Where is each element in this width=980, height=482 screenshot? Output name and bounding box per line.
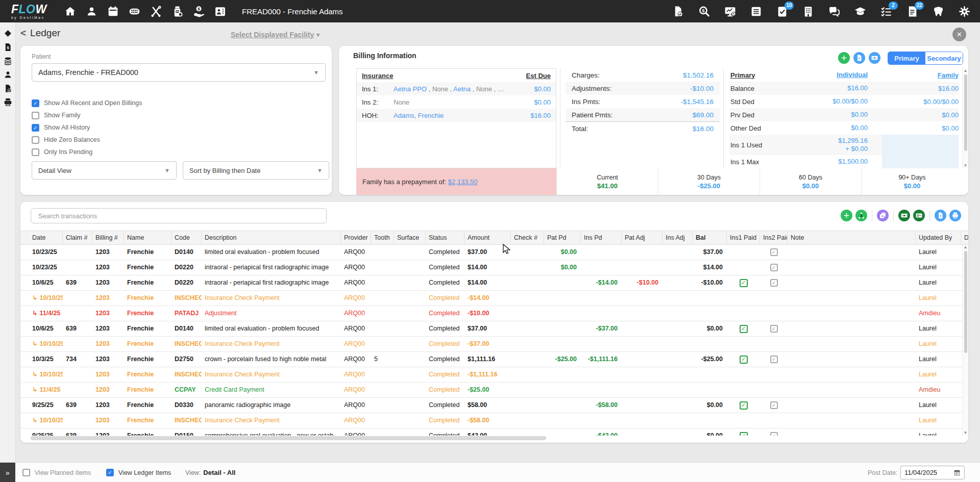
sort-mode-select[interactable]: Sort by Billing then Date ▼ <box>183 161 329 180</box>
table-row[interactable]: ↳11/4/251203FrenchiePATADJAdjustmentARQ0… <box>20 306 968 321</box>
ins1-paid-checkbox[interactable]: ✓ <box>740 279 748 287</box>
column-header-provider[interactable]: Provider <box>341 231 371 244</box>
checkbox[interactable] <box>32 148 39 156</box>
patient-icon[interactable] <box>85 5 98 18</box>
notes-icon[interactable]: 22 <box>906 5 919 18</box>
chat-icon[interactable] <box>828 5 841 18</box>
contact-card-icon[interactable] <box>214 5 227 18</box>
view-mode-select[interactable]: Detail View ▼ <box>32 161 177 180</box>
column-header-bal[interactable]: Bal <box>693 231 727 244</box>
table-row[interactable]: ↳10/10/251203FrenchieINSCHECIInsurance C… <box>20 413 968 428</box>
home-icon[interactable] <box>64 5 77 18</box>
insurance-plan-link[interactable]: Aetna PPO <box>394 85 427 93</box>
scroll-thumb[interactable] <box>964 74 967 151</box>
tasks-icon[interactable]: 10 <box>776 5 789 18</box>
add-transaction-icon[interactable] <box>841 210 852 221</box>
table-row[interactable]: 10/3/257341203FrenchieD2750crown - porce… <box>20 352 968 367</box>
insurance-plan-link[interactable]: Aetna <box>453 85 471 93</box>
check-payment-icon[interactable] <box>913 210 925 221</box>
column-header-tooth[interactable]: Tooth <box>371 231 394 244</box>
column-header-status[interactable]: Status <box>426 231 464 244</box>
checklist-icon[interactable]: 2 <box>880 5 893 18</box>
patient-select[interactable]: Adams, Frenchie - FREAD000 ▼ <box>32 63 326 82</box>
scroll-down-icon[interactable]: ▼ <box>964 163 968 168</box>
column-header-surface[interactable]: Surface <box>394 231 426 244</box>
filter-checkbox-0[interactable]: ✓Show All Recent and Open Billings <box>32 97 142 109</box>
table-row[interactable]: 10/23/251203FrenchieD0140limited oral ev… <box>20 245 968 260</box>
tab-primary[interactable]: Primary <box>888 52 925 64</box>
billing-payment-icon[interactable] <box>869 52 880 64</box>
calendar-icon[interactable] <box>107 5 119 18</box>
scroll-up-icon[interactable]: ▲ <box>964 68 968 73</box>
ins1-paid-checkbox[interactable]: ✓ <box>740 401 748 410</box>
column-header-ins_pd[interactable]: Ins Pd <box>581 231 622 244</box>
payment-icon[interactable]: $ <box>192 5 205 18</box>
table-row[interactable]: ↳10/10/251203FrenchieINSCHECIInsurance C… <box>20 337 968 352</box>
column-header-updated_by[interactable]: Updated By <box>916 231 961 244</box>
column-header-check[interactable]: Check # <box>511 231 544 244</box>
column-header-claim[interactable]: Claim # <box>63 231 92 244</box>
checkbox[interactable]: ✓ <box>106 469 114 476</box>
sidebar-file-check-icon[interactable] <box>3 84 13 93</box>
search-input[interactable] <box>31 208 327 223</box>
checkbox[interactable]: ✓ <box>32 124 39 132</box>
column-header-amount[interactable]: Amount <box>464 231 511 244</box>
ins2-paid-checkbox[interactable]: ✓ <box>770 325 778 333</box>
filter-checkbox-2[interactable]: ✓Show All History <box>32 121 142 134</box>
view-planned-items-checkbox[interactable]: View Planned Items <box>22 463 91 482</box>
filter-checkbox-1[interactable]: Show Family <box>32 109 142 121</box>
sidebar-invoice-icon[interactable]: $ <box>3 42 13 52</box>
app-logo[interactable]: FLOW by DentiMax <box>11 4 55 19</box>
building-icon[interactable] <box>802 5 815 18</box>
rx-icon[interactable] <box>171 5 184 18</box>
column-header-pat_adj[interactable]: Pat Adj <box>622 231 663 244</box>
column-header-desc[interactable]: Description <box>202 231 341 244</box>
file-check-icon[interactable] <box>672 5 684 18</box>
column-header-code[interactable]: Code <box>172 231 202 244</box>
ins2-paid-checkbox[interactable]: ✓ <box>770 279 778 287</box>
column-header-date[interactable]: Date <box>29 231 63 244</box>
tooth-icon[interactable] <box>932 5 945 18</box>
filter-checkbox-4[interactable]: Only Ins Pending <box>32 146 142 158</box>
list-icon[interactable] <box>750 5 763 18</box>
facility-selector[interactable]: Select Displayed Facility▾ <box>231 31 320 39</box>
sidebar-patient-icon[interactable] <box>3 70 13 80</box>
calendar-icon[interactable] <box>953 469 961 476</box>
scroll-up-icon[interactable]: ▲ <box>964 245 968 250</box>
denture-icon[interactable] <box>128 5 141 18</box>
prepayment-amount-link[interactable]: $2,133.50 <box>448 178 478 186</box>
split-payment-icon[interactable] <box>855 210 867 221</box>
table-row[interactable]: ↳11/4/251203FrenchieCCPAYCredit Card Pay… <box>20 383 968 398</box>
expand-panel-button[interactable]: » <box>0 463 15 482</box>
column-header-ins2_paid[interactable]: Ins2 Paid <box>760 231 788 244</box>
table-row[interactable]: ↳10/10/251203FrenchieINSCHECIInsurance C… <box>20 291 968 306</box>
back-chevron-icon[interactable]: < <box>20 28 26 38</box>
scroll-thumb[interactable] <box>31 436 546 440</box>
money-search-icon[interactable]: $ <box>698 5 710 18</box>
monitor-chart-icon[interactable] <box>724 5 737 18</box>
table-row[interactable]: 9/25/256391203FrenchieD0330panoramic rad… <box>20 398 968 413</box>
education-icon[interactable] <box>854 5 867 18</box>
table-row[interactable]: 10/6/256391203FrenchieD0220intraoral - p… <box>20 275 968 291</box>
tools-icon[interactable] <box>150 5 162 18</box>
close-button[interactable]: ✕ <box>952 28 966 41</box>
ins2-paid-checkbox[interactable]: ✓ <box>770 264 778 271</box>
filter-checkbox-3[interactable]: Hide Zero Balances <box>32 134 142 146</box>
tab-secondary[interactable]: Secondary <box>925 52 963 64</box>
statement-icon[interactable] <box>935 210 946 221</box>
sidebar-diamond-icon[interactable] <box>3 29 13 38</box>
table-horizontal-scrollbar[interactable] <box>27 436 955 440</box>
column-header-note[interactable]: Note <box>788 231 916 244</box>
post-date-input[interactable]: 11/04/2025 <box>900 466 965 479</box>
table-row[interactable]: 9/25/256391203FrenchieD0150comprehensive… <box>20 428 968 436</box>
table-vertical-scrollbar[interactable]: ▲ ▼ <box>962 245 968 436</box>
table-row[interactable]: 10/6/256391203FrenchieD0140limited oral … <box>20 321 968 337</box>
checkbox[interactable]: ✓ <box>32 99 39 107</box>
ins2-paid-checkbox[interactable]: ✓ <box>770 248 778 256</box>
insurance-plan-link[interactable]: Adams, Frenchie <box>394 112 444 119</box>
column-header-ins1_paid[interactable]: Ins1 Paid <box>727 231 760 244</box>
ins1-paid-checkbox[interactable]: ✓ <box>740 325 748 333</box>
view-ledger-items-checkbox[interactable]: ✓ View Ledger Items <box>106 463 171 482</box>
table-row[interactable]: 10/23/251203FrenchieD0220intraoral - per… <box>20 260 968 275</box>
column-header-pat_pd[interactable]: Pat Pd <box>544 231 581 244</box>
